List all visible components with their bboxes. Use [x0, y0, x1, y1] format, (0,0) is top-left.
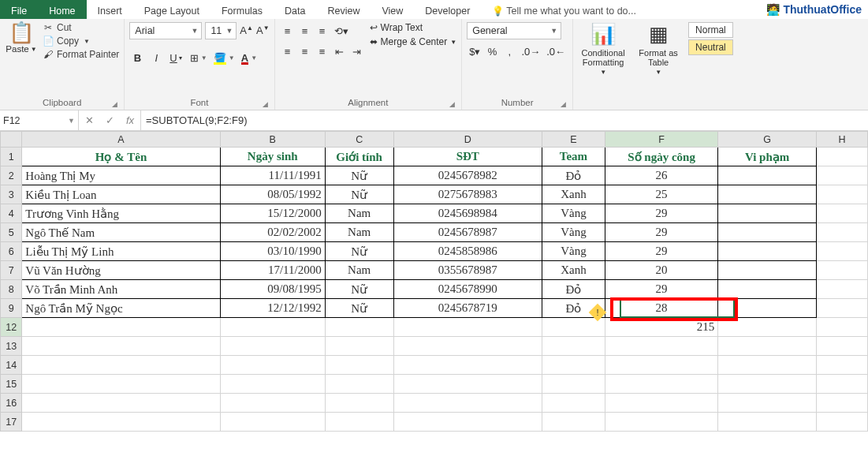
cell[interactable] [718, 261, 817, 280]
cell[interactable]: Vàng [542, 204, 605, 223]
cell[interactable]: Nữ [325, 242, 393, 261]
col-header[interactable]: G [718, 132, 817, 148]
cell[interactable]: 0275678983 [393, 185, 542, 204]
cut-button[interactable]: ✂Cut [43, 22, 119, 33]
cell[interactable]: Vàng [542, 242, 605, 261]
cell[interactable] [816, 242, 867, 261]
merge-center-button[interactable]: ⬌Merge & Center▼ [370, 36, 457, 47]
cell[interactable] [605, 413, 717, 432]
cell[interactable] [718, 166, 817, 185]
tab-home[interactable]: Home [38, 0, 86, 19]
row-header[interactable]: 2 [1, 166, 22, 185]
cell[interactable] [22, 375, 220, 394]
cell[interactable] [816, 394, 867, 413]
cell[interactable]: Số ngày công [605, 148, 717, 166]
cell[interactable] [325, 337, 393, 356]
cell[interactable] [393, 413, 542, 432]
cell[interactable] [325, 413, 393, 432]
cell[interactable] [605, 356, 717, 375]
cell[interactable] [718, 299, 817, 318]
tab-page-layout[interactable]: Page Layout [133, 0, 210, 19]
increase-decimal-button[interactable]: .0→ [519, 43, 542, 60]
cell[interactable] [718, 223, 817, 242]
cell[interactable] [816, 204, 867, 223]
cell[interactable]: 0245678719 [393, 299, 542, 318]
row-header[interactable]: 9 [1, 299, 22, 318]
cell[interactable] [22, 337, 220, 356]
cell[interactable] [718, 375, 817, 394]
cell[interactable] [605, 394, 717, 413]
row-header[interactable]: 7 [1, 261, 22, 280]
cell[interactable]: Nữ [325, 166, 393, 185]
cell[interactable] [816, 280, 867, 299]
error-indicator-icon[interactable]: ! [589, 304, 607, 322]
cell[interactable]: 25 [605, 185, 717, 204]
cell[interactable] [718, 394, 817, 413]
select-all-corner[interactable] [1, 132, 22, 148]
cell[interactable]: 29 [605, 280, 717, 299]
italic-button[interactable]: I [148, 49, 164, 66]
cell[interactable]: Xanh [542, 261, 605, 280]
cell[interactable] [393, 337, 542, 356]
row-header[interactable]: 4 [1, 204, 22, 223]
spreadsheet-grid[interactable]: A B C D E F G H 1 Họ & Tên Ngày sinh Giớ… [0, 131, 868, 432]
increase-font-button[interactable]: A▲ [240, 24, 253, 36]
cell[interactable] [718, 185, 817, 204]
col-header[interactable]: A [22, 132, 220, 148]
format-painter-button[interactable]: 🖌Format Painter [43, 49, 119, 60]
cell[interactable]: Vàng [542, 223, 605, 242]
cell[interactable] [816, 318, 867, 337]
cell[interactable] [220, 394, 325, 413]
cell[interactable]: Hoàng Thị My [22, 166, 220, 185]
tab-view[interactable]: View [371, 0, 414, 19]
cell[interactable] [605, 337, 717, 356]
wrap-text-button[interactable]: ↩Wrap Text [370, 22, 457, 33]
dialog-launcher-icon[interactable]: ◢ [449, 100, 455, 108]
tab-insert[interactable]: Insert [87, 0, 133, 19]
borders-button[interactable]: ⊞▼ [188, 49, 208, 66]
fill-color-button[interactable]: 🪣▼ [211, 49, 236, 66]
style-normal[interactable]: Normal [688, 22, 733, 38]
cell[interactable]: 0245678987 [393, 223, 542, 242]
decrease-indent-button[interactable]: ⇤ [332, 43, 348, 60]
row-header[interactable]: 8 [1, 280, 22, 299]
row-header[interactable]: 3 [1, 185, 22, 204]
cell[interactable]: Xanh [542, 185, 605, 204]
cell[interactable]: Giới tính [325, 148, 393, 166]
copy-button[interactable]: 📄Copy▼ [43, 36, 119, 47]
row-header[interactable]: 17 [1, 413, 22, 432]
row-header[interactable]: 14 [1, 356, 22, 375]
cell[interactable] [393, 318, 542, 337]
cell[interactable]: Ngày sinh [220, 148, 325, 166]
cell[interactable]: 26 [605, 166, 717, 185]
font-name-combo[interactable]: Arial▼ [129, 22, 202, 39]
cell[interactable]: Liễu Thị Mỹ Linh [22, 242, 220, 261]
formula-input[interactable]: =SUBTOTAL(9;F2:F9) [141, 110, 868, 130]
name-box[interactable]: F12▼ [0, 110, 79, 130]
cell[interactable]: Kiều Thị Loan [22, 185, 220, 204]
number-format-combo[interactable]: General▼ [467, 22, 561, 39]
format-as-table-button[interactable]: ▦ Format as Table▼ [633, 22, 684, 76]
cell[interactable] [22, 318, 220, 337]
cell[interactable] [325, 356, 393, 375]
tab-data[interactable]: Data [274, 0, 316, 19]
cell[interactable]: Võ Trần Minh Anh [22, 280, 220, 299]
cell[interactable] [22, 394, 220, 413]
cell-result[interactable]: 215 [605, 318, 717, 337]
cell[interactable] [816, 261, 867, 280]
align-middle-button[interactable]: ≡ [297, 22, 313, 39]
cell[interactable] [816, 185, 867, 204]
cell[interactable]: Ngô Trần Mỹ Ngọc [22, 299, 220, 318]
cell[interactable] [393, 356, 542, 375]
row-header[interactable]: 6 [1, 242, 22, 261]
cell[interactable] [542, 413, 605, 432]
cell[interactable]: Nam [325, 204, 393, 223]
cell[interactable]: Nữ [325, 185, 393, 204]
tab-developer[interactable]: Developer [414, 0, 481, 19]
cell[interactable]: 02/02/2002 [220, 223, 325, 242]
row-header[interactable]: 12 [1, 318, 22, 337]
cell[interactable] [605, 375, 717, 394]
cell[interactable]: 0245698984 [393, 204, 542, 223]
dialog-launcher-icon[interactable]: ◢ [561, 100, 566, 108]
decrease-font-button[interactable]: A▼ [256, 24, 270, 36]
